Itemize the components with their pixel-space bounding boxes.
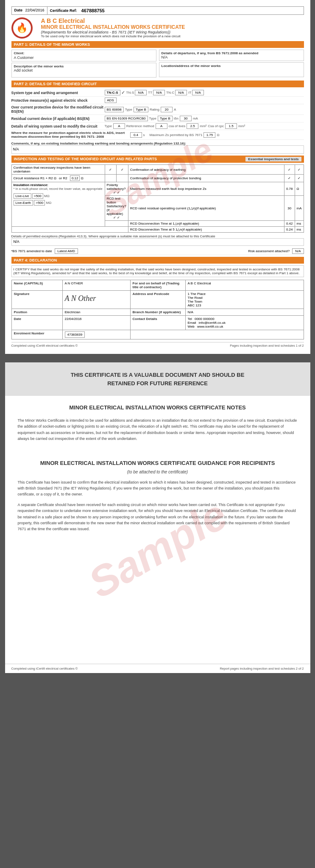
protection-row: Where the measure for protection against… — [11, 130, 304, 140]
contact-details: Tel 0000 000000 Email info@icertifi.co.u… — [188, 317, 301, 328]
notes-title: MINOR ELECTRICAL INSTALLATION WORKS CERT… — [18, 404, 298, 411]
contact-value-cell: Tel 0000 000000 Email info@icertifi.co.u… — [185, 316, 304, 330]
rcd-test-v2: ✓ — [117, 216, 120, 220]
r2-unit1: Ω — [54, 176, 56, 180]
address-value: 1 The Place The Road The Town ABC 123 — [188, 292, 301, 307]
wiring-row: Details of wiring system used to modify … — [11, 122, 304, 130]
w-csa-val: 2.5 — [187, 123, 198, 129]
polarity-cell: Polarity satisfactory? ✓ ✓ — [105, 182, 128, 196]
max-zs-unit: Ω — [217, 133, 219, 137]
position-label: Position — [14, 310, 28, 314]
desc-box: Description of the minor works Add socke… — [11, 63, 156, 78]
date2-label-cell: Date — [11, 316, 62, 330]
p2-footer-right: Report pages including inspection and te… — [220, 667, 304, 670]
oc-rating-val: 20 — [161, 107, 173, 112]
w-type-label: Type — [105, 124, 112, 128]
enrolment-value: 47383839 — [65, 331, 85, 338]
address-label: Address and Postcode — [133, 292, 170, 296]
sig-row3: Position Electrician Branch Number (if a… — [11, 309, 304, 316]
departures-label: Details of departures, if any, from BS 7… — [162, 51, 301, 55]
logo-inner: 🔥 — [13, 19, 31, 37]
protection-cells: 0.4 s Maximum Zs permitted by BS 7671 1.… — [130, 132, 220, 138]
footer-right: Pages including inspection and test sche… — [230, 344, 304, 348]
part1-cols: Client: A Customer Description of the mi… — [11, 50, 304, 79]
wiring-label: Details of wiring system used to modify … — [11, 124, 105, 128]
declaration-text: I CERTIFY that the said works do not imp… — [11, 265, 304, 277]
r2-unit2: Ω — [81, 176, 84, 180]
date2-label: Date — [14, 317, 21, 321]
insulation-cell: Insulation resistance: * In a multi-phas… — [11, 182, 105, 227]
rcd-unit: mA — [193, 117, 198, 120]
bs7671-label: *BS 7671 amended to date — [11, 249, 52, 253]
sig-value-cell: A N Other — [62, 291, 130, 309]
sig-row1: Name (CAPITALS) A N OTHER For and on beh… — [11, 280, 304, 291]
bs7671-val: Latest AMD — [55, 248, 78, 254]
oc-type-val: Type B — [134, 107, 148, 112]
comments-value: N/A — [11, 145, 304, 154]
branch-value: N/A — [188, 310, 193, 314]
tel-label: Tel — [188, 317, 192, 321]
desc-value: Add socket — [14, 68, 154, 72]
earthing-v2: ✓ — [295, 165, 304, 175]
it-label: IT — [188, 91, 191, 95]
live-earth-val: >500 — [34, 200, 45, 206]
email-label: Email — [188, 321, 196, 325]
signature-table: Name (CAPITALS) A N OTHER For and on beh… — [11, 280, 304, 339]
tnc-label: TN-C — [166, 91, 174, 95]
polarity-v1: ✓ — [113, 191, 116, 195]
system-label: System type and earthing arrangement — [11, 91, 105, 95]
rcd-ion-val: 30 — [180, 116, 192, 121]
protection-val: 0.4 — [130, 132, 142, 138]
rcd-rated-val: 30 — [284, 196, 295, 221]
polarity-label: Polarity satisfactory? — [107, 183, 126, 191]
client-box: Client: A Customer — [11, 50, 156, 61]
bonding-v1: ✓ — [284, 175, 295, 182]
page1: Sample Date 22/04/2016 Certificate Ref: … — [5, 0, 310, 354]
tncs-item: TN-C-S ✓ — [105, 90, 125, 95]
blank-area — [5, 545, 310, 664]
notes-section: MINOR ELECTRICAL INSTALLATION WORKS CERT… — [5, 396, 310, 456]
sig-row2: Signature A N Other Address and Postcode… — [11, 291, 304, 309]
it-item: IT N/A — [188, 90, 204, 95]
insulation-label: Insulation resistance: — [14, 183, 103, 187]
rcd-standard: BS EN 61009 RCO/RCB0 — [105, 116, 148, 121]
guidance-text1: This Certificate has been issued to conf… — [18, 479, 298, 498]
it-val: N/A — [192, 90, 204, 95]
inspection-title: INSPECTION AND TESTING OF THE MODIFIED C… — [14, 157, 157, 161]
live-live-row: Live-Live >500 MΩ — [14, 193, 103, 199]
max-zs-val: 1.75 — [203, 132, 215, 138]
bonding-label: Confirmation of adequacy of protective b… — [128, 175, 284, 182]
web-label: Web — [188, 325, 195, 328]
branch-value-cell: N/A — [185, 309, 304, 316]
for-label: For and on behalf of (Trading title of c… — [133, 281, 180, 289]
pos-value-cell: Electrician — [62, 309, 130, 316]
departures-value: N/A — [162, 55, 301, 59]
rcd-time2-label: RCD Disconnection Time at 5 1△n(if appli… — [128, 227, 284, 233]
pos-label-cell: Position — [11, 309, 62, 316]
risk-label: Risk assessment attached? — [248, 249, 290, 253]
protection-label: Where the measure for protection against… — [11, 131, 130, 139]
for-value: A B C Electrical — [188, 281, 211, 285]
part2-header: PART 2: DETAILS OF THE MODIFIED CIRCUIT — [11, 81, 304, 87]
w-type-val: A — [113, 123, 125, 129]
inspect-r2-label: Circuit resistance R1 + R2 Ω or R2 0.12 … — [11, 175, 105, 182]
r2-mid: or R2 — [59, 176, 67, 180]
enrolment-value-cell: 47383839 — [62, 330, 130, 339]
sig-row4: Date 22/04/2016 Contact Details Tel 0000… — [11, 316, 304, 330]
sig-label: Signature — [14, 292, 30, 296]
permitted-note: Details of permitted exceptions (Regulat… — [11, 234, 304, 238]
rcd-time1-unit: ms — [295, 221, 304, 227]
email-value: info@icertifi.co.uk — [199, 321, 226, 325]
guidance-section: MINOR ELECTRICAL INSTALLATION WORKS CERT… — [5, 456, 310, 545]
max-earth-unit: Ω — [295, 182, 304, 196]
max-earth-val: 0.78 — [284, 182, 295, 196]
rcd-time1-label: RCD Disconnection Time at 1△n(if applica… — [128, 221, 284, 227]
notes-text: The Minor Works Certificate is intended … — [18, 417, 298, 442]
for-value-cell: A B C Electrical — [185, 280, 304, 291]
inspect-r1-v2: ✓ — [117, 165, 128, 175]
r2-val: 0.12 — [70, 175, 80, 181]
tnc-item: TN-C N/A — [166, 90, 187, 95]
permitted-value: N/A — [11, 238, 304, 246]
date2-value: 22/04/2016 — [65, 317, 82, 321]
rcd-ion-label: Iδn — [174, 117, 178, 120]
